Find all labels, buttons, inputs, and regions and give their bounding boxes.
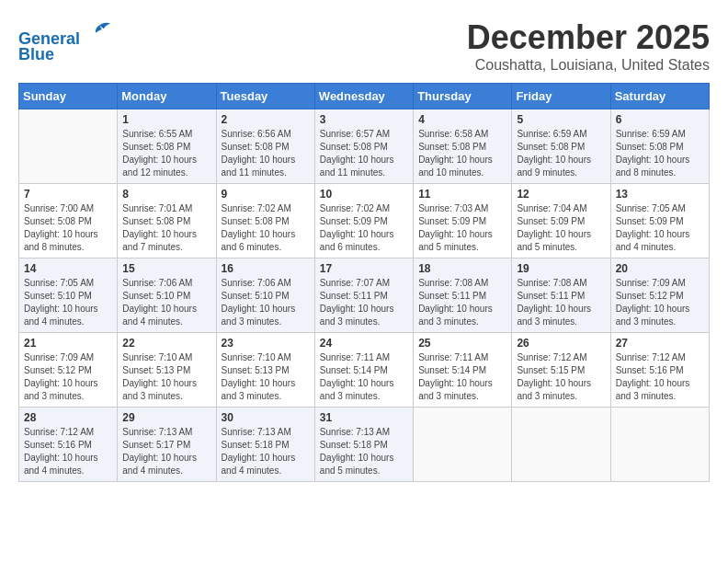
calendar-cell: 25Sunrise: 7:11 AM Sunset: 5:14 PM Dayli… [414,333,512,408]
day-info: Sunrise: 7:06 AM Sunset: 5:10 PM Dayligh… [122,277,210,328]
day-info: Sunrise: 6:59 AM Sunset: 5:08 PM Dayligh… [616,128,704,179]
day-number: 15 [122,262,210,275]
calendar-cell [19,109,118,184]
calendar-cell: 2Sunrise: 6:56 AM Sunset: 5:08 PM Daylig… [216,109,314,184]
day-info: Sunrise: 6:58 AM Sunset: 5:08 PM Dayligh… [418,128,506,179]
calendar-cell: 28Sunrise: 7:12 AM Sunset: 5:16 PM Dayli… [19,408,118,482]
calendar-cell: 23Sunrise: 7:10 AM Sunset: 5:13 PM Dayli… [216,333,314,408]
calendar-cell: 3Sunrise: 6:57 AM Sunset: 5:08 PM Daylig… [314,109,413,184]
weekday-header: Friday [512,84,610,109]
day-number: 20 [616,262,704,275]
calendar-cell: 27Sunrise: 7:12 AM Sunset: 5:16 PM Dayli… [610,333,709,408]
day-info: Sunrise: 7:09 AM Sunset: 5:12 PM Dayligh… [24,351,112,403]
day-info: Sunrise: 6:57 AM Sunset: 5:08 PM Dayligh… [320,128,408,179]
day-number: 6 [616,113,704,126]
day-number: 29 [122,411,210,424]
calendar-cell: 16Sunrise: 7:06 AM Sunset: 5:10 PM Dayli… [216,259,314,333]
day-info: Sunrise: 7:08 AM Sunset: 5:11 PM Dayligh… [517,277,605,328]
weekday-header: Tuesday [216,84,314,109]
weekday-header: Monday [118,84,216,109]
day-info: Sunrise: 7:07 AM Sunset: 5:11 PM Dayligh… [320,277,408,328]
day-number: 12 [517,188,605,201]
day-info: Sunrise: 7:08 AM Sunset: 5:11 PM Dayligh… [418,277,506,328]
day-info: Sunrise: 7:13 AM Sunset: 5:17 PM Dayligh… [122,426,210,477]
calendar-week-row: 21Sunrise: 7:09 AM Sunset: 5:12 PM Dayli… [19,333,710,408]
calendar-cell [512,408,610,482]
calendar-cell: 11Sunrise: 7:03 AM Sunset: 5:09 PM Dayli… [414,184,512,259]
day-number: 21 [24,337,112,350]
calendar-cell: 8Sunrise: 7:01 AM Sunset: 5:08 PM Daylig… [118,184,216,259]
day-number: 16 [222,262,310,275]
day-number: 30 [222,411,310,424]
calendar-cell: 14Sunrise: 7:05 AM Sunset: 5:10 PM Dayli… [19,259,118,333]
day-number: 2 [222,113,310,126]
calendar-cell: 7Sunrise: 7:00 AM Sunset: 5:08 PM Daylig… [19,184,118,259]
day-number: 27 [616,337,704,350]
day-info: Sunrise: 7:10 AM Sunset: 5:13 PM Dayligh… [222,351,310,403]
day-info: Sunrise: 6:59 AM Sunset: 5:08 PM Dayligh… [517,128,605,179]
day-number: 19 [517,262,605,275]
calendar-cell: 19Sunrise: 7:08 AM Sunset: 5:11 PM Dayli… [512,259,610,333]
location: Coushatta, Louisiana, United States [467,57,710,74]
page-header: General Blue December 2025 Coushatta, Lo… [18,18,710,74]
day-info: Sunrise: 6:55 AM Sunset: 5:08 PM Dayligh… [122,128,210,179]
title-block: December 2025 Coushatta, Louisiana, Unit… [467,18,710,74]
day-info: Sunrise: 7:02 AM Sunset: 5:08 PM Dayligh… [222,202,310,254]
day-number: 1 [122,113,210,126]
calendar-cell: 20Sunrise: 7:09 AM Sunset: 5:12 PM Dayli… [610,259,709,333]
calendar-cell: 10Sunrise: 7:02 AM Sunset: 5:09 PM Dayli… [314,184,413,259]
calendar-cell: 15Sunrise: 7:06 AM Sunset: 5:10 PM Dayli… [118,259,216,333]
calendar-cell: 31Sunrise: 7:13 AM Sunset: 5:18 PM Dayli… [314,408,413,482]
day-number: 9 [222,188,310,201]
day-number: 7 [24,188,112,201]
day-number: 18 [418,262,506,275]
day-number: 24 [320,337,408,350]
calendar-cell: 18Sunrise: 7:08 AM Sunset: 5:11 PM Dayli… [414,259,512,333]
day-info: Sunrise: 7:05 AM Sunset: 5:09 PM Dayligh… [616,202,704,254]
calendar-cell: 21Sunrise: 7:09 AM Sunset: 5:12 PM Dayli… [19,333,118,408]
calendar-cell: 30Sunrise: 7:13 AM Sunset: 5:18 PM Dayli… [216,408,314,482]
day-info: Sunrise: 7:12 AM Sunset: 5:16 PM Dayligh… [24,426,112,477]
day-info: Sunrise: 7:11 AM Sunset: 5:14 PM Dayligh… [320,351,408,403]
calendar-header-row: SundayMondayTuesdayWednesdayThursdayFrid… [19,84,710,109]
calendar-cell: 22Sunrise: 7:10 AM Sunset: 5:13 PM Dayli… [118,333,216,408]
day-info: Sunrise: 7:03 AM Sunset: 5:09 PM Dayligh… [418,202,506,254]
day-number: 5 [517,113,605,126]
day-number: 14 [24,262,112,275]
logo-text: General [18,18,112,49]
day-info: Sunrise: 6:56 AM Sunset: 5:08 PM Dayligh… [222,128,310,179]
day-info: Sunrise: 7:05 AM Sunset: 5:10 PM Dayligh… [24,277,112,328]
calendar-cell: 29Sunrise: 7:13 AM Sunset: 5:17 PM Dayli… [118,408,216,482]
calendar-cell: 13Sunrise: 7:05 AM Sunset: 5:09 PM Dayli… [610,184,709,259]
calendar-week-row: 7Sunrise: 7:00 AM Sunset: 5:08 PM Daylig… [19,184,710,259]
calendar-cell: 1Sunrise: 6:55 AM Sunset: 5:08 PM Daylig… [118,109,216,184]
day-info: Sunrise: 7:00 AM Sunset: 5:08 PM Dayligh… [24,202,112,254]
day-number: 8 [122,188,210,201]
calendar-cell [414,408,512,482]
calendar-cell: 9Sunrise: 7:02 AM Sunset: 5:08 PM Daylig… [216,184,314,259]
weekday-header: Saturday [610,84,709,109]
day-number: 26 [517,337,605,350]
calendar-cell: 24Sunrise: 7:11 AM Sunset: 5:14 PM Dayli… [314,333,413,408]
day-number: 13 [616,188,704,201]
day-info: Sunrise: 7:10 AM Sunset: 5:13 PM Dayligh… [122,351,210,403]
day-number: 31 [320,411,408,424]
day-info: Sunrise: 7:11 AM Sunset: 5:14 PM Dayligh… [418,351,506,403]
weekday-header: Wednesday [314,84,413,109]
calendar-cell: 12Sunrise: 7:04 AM Sunset: 5:09 PM Dayli… [512,184,610,259]
day-info: Sunrise: 7:04 AM Sunset: 5:09 PM Dayligh… [517,202,605,254]
day-number: 10 [320,188,408,201]
weekday-header: Sunday [19,84,118,109]
day-number: 11 [418,188,506,201]
logo: General Blue [18,18,112,64]
day-number: 4 [418,113,506,126]
calendar-cell: 5Sunrise: 6:59 AM Sunset: 5:08 PM Daylig… [512,109,610,184]
day-info: Sunrise: 7:09 AM Sunset: 5:12 PM Dayligh… [616,277,704,328]
day-number: 28 [24,411,112,424]
calendar-cell: 26Sunrise: 7:12 AM Sunset: 5:15 PM Dayli… [512,333,610,408]
month-title: December 2025 [467,18,710,57]
day-info: Sunrise: 7:13 AM Sunset: 5:18 PM Dayligh… [222,426,310,477]
day-number: 17 [320,262,408,275]
calendar-cell: 6Sunrise: 6:59 AM Sunset: 5:08 PM Daylig… [610,109,709,184]
calendar-table: SundayMondayTuesdayWednesdayThursdayFrid… [18,83,710,482]
